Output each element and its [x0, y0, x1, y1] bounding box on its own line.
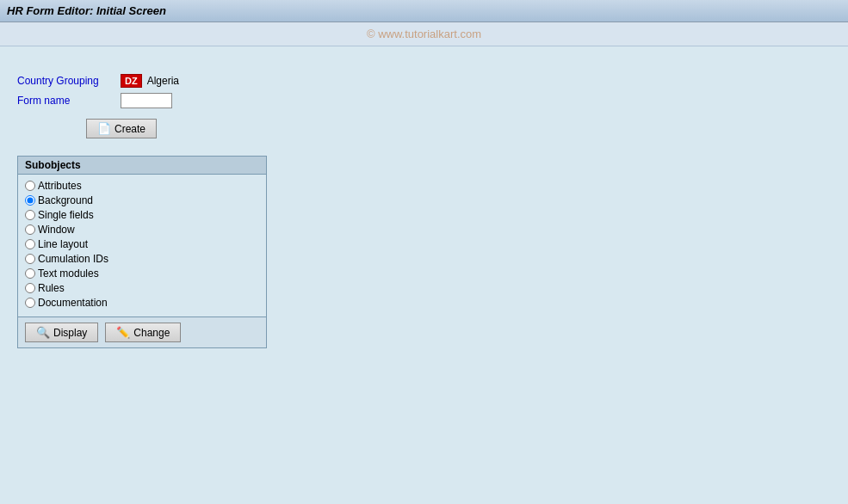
create-label: Create — [115, 123, 145, 135]
change-icon: ✏️ — [116, 326, 130, 339]
main-content: Country Grouping DZ Algeria Form name 📄 … — [0, 46, 848, 504]
radio-label-rules: Rules — [38, 282, 65, 294]
radio-rules[interactable] — [25, 283, 35, 293]
radio-label-single-fields: Single fields — [38, 209, 94, 221]
subobjects-footer: 🔍 Display ✏️ Change — [18, 317, 266, 347]
list-item[interactable]: Rules — [25, 282, 259, 294]
list-item[interactable]: Window — [25, 224, 259, 236]
subobjects-body: Attributes Background Single fields Wind… — [18, 175, 266, 317]
form-name-input[interactable] — [121, 93, 172, 108]
list-item[interactable]: Background — [25, 194, 259, 206]
country-code-badge: DZ — [121, 74, 142, 88]
form-section: Country Grouping DZ Algeria Form name 📄 … — [17, 74, 831, 138]
country-name-text: Algeria — [147, 75, 179, 87]
change-button[interactable]: ✏️ Change — [105, 323, 181, 342]
list-item[interactable]: Cumulation IDs — [25, 253, 259, 265]
title-bar: HR Form Editor: Initial Screen — [0, 0, 848, 22]
country-grouping-label: Country Grouping — [17, 75, 121, 87]
watermark-text: © www.tutorialkart.com — [367, 28, 481, 40]
display-icon: 🔍 — [36, 326, 50, 339]
radio-text-modules[interactable] — [25, 268, 35, 279]
create-icon: 📄 — [97, 122, 111, 135]
radio-documentation[interactable] — [25, 298, 35, 308]
radio-cumulation-ids[interactable] — [25, 254, 35, 264]
change-label: Change — [133, 327, 170, 339]
radio-label-cumulation-ids: Cumulation IDs — [38, 253, 108, 265]
create-btn-row: 📄 Create — [86, 119, 831, 138]
radio-label-documentation: Documentation — [38, 297, 108, 309]
radio-label-background: Background — [38, 194, 93, 206]
display-button[interactable]: 🔍 Display — [25, 323, 98, 342]
form-name-row: Form name — [17, 93, 831, 108]
create-button[interactable]: 📄 Create — [86, 119, 157, 138]
radio-window[interactable] — [25, 224, 35, 235]
radio-label-line-layout: Line layout — [38, 238, 88, 250]
radio-attributes[interactable] — [25, 181, 35, 191]
list-item[interactable]: Single fields — [25, 209, 259, 221]
country-grouping-row: Country Grouping DZ Algeria — [17, 74, 831, 88]
subobjects-panel: Subobjects Attributes Background Single … — [17, 156, 267, 348]
radio-background[interactable] — [25, 195, 35, 206]
radio-label-window: Window — [38, 224, 75, 236]
form-name-label[interactable]: Form name — [17, 95, 121, 107]
radio-label-text-modules: Text modules — [38, 267, 99, 280]
radio-line-layout[interactable] — [25, 239, 35, 249]
radio-label-attributes: Attributes — [38, 180, 82, 192]
title-text: HR Form Editor: Initial Screen — [7, 4, 166, 17]
display-label: Display — [53, 327, 87, 339]
list-item[interactable]: Documentation — [25, 297, 259, 309]
list-item[interactable]: Attributes — [25, 180, 259, 192]
watermark-bar: © www.tutorialkart.com — [0, 22, 848, 46]
list-item[interactable]: Text modules — [25, 267, 259, 280]
list-item[interactable]: Line layout — [25, 238, 259, 250]
subobjects-header: Subobjects — [18, 157, 266, 175]
radio-single-fields[interactable] — [25, 210, 35, 220]
